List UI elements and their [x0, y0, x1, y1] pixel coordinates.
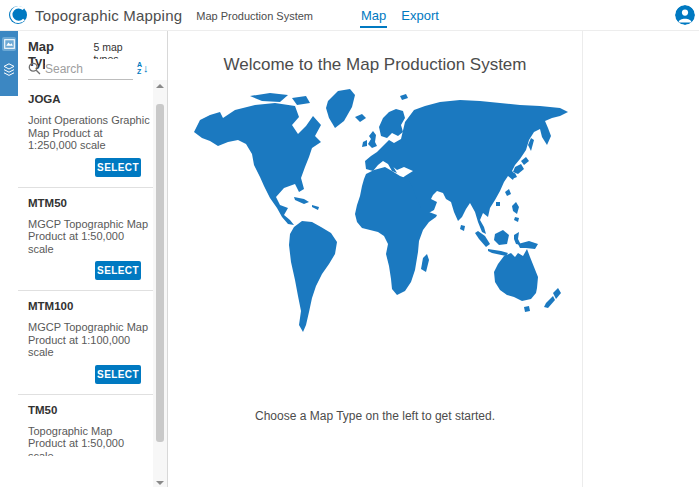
scrollbar-thumb[interactable] — [156, 104, 164, 442]
nav-tab-export[interactable]: Export — [400, 0, 440, 31]
sort-arrow: ↓ — [143, 63, 149, 74]
sort-letter-z: Z — [137, 68, 142, 75]
user-avatar[interactable] — [675, 5, 695, 25]
select-button[interactable]: SELECT — [95, 261, 141, 280]
globe-logo-icon — [8, 5, 28, 25]
sort-letter-a: A — [137, 61, 142, 68]
map-types-panel: Map Types 5 map types A Z ↓ JOGA Joint O… — [0, 31, 168, 487]
action-bar — [0, 31, 18, 96]
map-type-description: Topographic Map Product at 1:50,000 scal… — [28, 425, 152, 457]
map-types-tool-icon[interactable] — [2, 37, 16, 51]
map-type-title: JOGA — [28, 92, 153, 106]
map-type-title: MTM100 — [28, 299, 153, 313]
content-divider — [582, 31, 583, 487]
map-type-list-item: TM50 Topographic Map Product at 1:50,000… — [18, 395, 153, 457]
welcome-title: Welcome to the Map Production System — [168, 55, 582, 75]
map-type-description: Joint Operations Graphic Map Product at … — [28, 114, 152, 152]
map-production-app: Topographic Mapping Map Production Syste… — [0, 0, 699, 487]
map-type-description: MGCP Topographic Map Product at 1:50,000… — [28, 218, 152, 256]
map-type-list-item: MTM100 MGCP Topographic Map Product at 1… — [18, 291, 153, 395]
map-type-title: MTM50 — [28, 196, 153, 210]
sidebar-scrollbar — [153, 80, 167, 487]
scroll-up-arrow[interactable] — [153, 80, 167, 92]
layers-icon[interactable] — [3, 63, 15, 77]
welcome-content: Welcome to the Map Production System — [168, 31, 582, 487]
map-type-list: JOGA Joint Operations Graphic Map Produc… — [18, 84, 153, 456]
scroll-down-arrow[interactable] — [153, 477, 167, 487]
world-map-image — [190, 86, 580, 338]
map-type-list-item: JOGA Joint Operations Graphic Map Produc… — [18, 84, 153, 188]
select-button[interactable]: SELECT — [95, 158, 141, 177]
map-type-list-item: MTM50 MGCP Topographic Map Product at 1:… — [18, 188, 153, 292]
map-sheet-icon — [4, 39, 15, 49]
map-type-description: MGCP Topographic Map Product at 1:100,00… — [28, 321, 152, 359]
select-button[interactable]: SELECT — [95, 365, 141, 384]
main-area: Welcome to the Map Production System — [168, 31, 699, 487]
world-map-svg — [190, 86, 580, 338]
app-subtitle: Map Production System — [196, 10, 313, 22]
app-title: Topographic Mapping — [35, 7, 182, 24]
top-nav: Map Export — [360, 0, 440, 31]
nav-tab-map[interactable]: Map — [360, 0, 387, 31]
search-input[interactable] — [45, 59, 131, 78]
app-header: Topographic Mapping Map Production Syste… — [0, 0, 699, 31]
search-field — [28, 59, 133, 80]
sort-az-icon[interactable]: A Z ↓ — [137, 57, 155, 79]
map-type-title: TM50 — [28, 403, 153, 417]
search-icon — [28, 62, 41, 75]
instruction-text: Choose a Map Type on the left to get sta… — [168, 409, 582, 423]
person-icon — [675, 5, 695, 25]
